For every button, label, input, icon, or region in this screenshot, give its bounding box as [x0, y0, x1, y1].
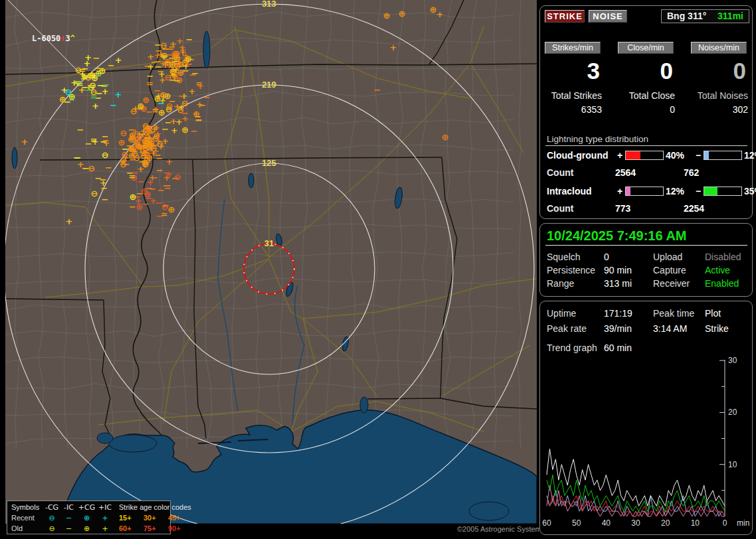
strike-symbol: + [197, 81, 204, 91]
strike-symbol: − [154, 40, 161, 50]
strike-button[interactable]: STRIKE [545, 10, 585, 23]
strike-symbol: + [193, 109, 200, 119]
strike-symbol: − [102, 194, 109, 204]
strike-symbol: − [122, 144, 129, 154]
strike-symbol: + [119, 157, 126, 167]
ring-label: 219 [262, 80, 276, 90]
y-tick-label: 20 [728, 408, 737, 417]
cloud-ground-label: Cloud-ground [547, 150, 609, 161]
noises-per-min-button[interactable]: Noises/min [691, 42, 747, 54]
strike-symbol: ⊖ [171, 52, 179, 62]
strike-symbol: + [83, 58, 90, 68]
count-label: Count [547, 167, 573, 178]
y-tick-label: 30 [728, 356, 737, 365]
strike-symbol: ⊕ [142, 141, 149, 151]
x-tick-label: 50 [572, 518, 581, 528]
field-label: Range [547, 278, 574, 289]
storm-tracker-label: L-6050+3^ [32, 34, 75, 43]
strike-symbol: − [155, 153, 163, 163]
cg-negative-count: 762 [684, 167, 699, 178]
strike-symbol: ⊕ [181, 125, 189, 135]
ring-label: 125 [262, 158, 276, 168]
strike-symbol: + [173, 102, 181, 112]
ic-negative-count: 2254 [684, 203, 704, 214]
field-label: Upload [653, 252, 682, 262]
strike-symbol: + [163, 173, 171, 183]
strike-symbol: − [146, 71, 153, 81]
legend-header: Symbols [11, 503, 43, 511]
map-legend: Symbols-CG-IC+CG+ICStrike age color code… [7, 501, 171, 534]
strike-symbol: + [182, 61, 189, 71]
strike-symbol: ⊖ [91, 189, 98, 198]
strike-symbol-key: + [96, 514, 114, 522]
lightning-map[interactable]: 31125219313L-6050+3^⊖+−+−−⊖−⊕=+−−+−++⊕=−… [5, 0, 537, 524]
lake [109, 435, 157, 452]
x-tick-label: 30 [631, 518, 640, 528]
legend-row-label: Old [11, 524, 43, 532]
strike-symbol-key: ⊖ [43, 524, 60, 533]
intracloud-label: Intracloud [547, 186, 592, 196]
field-label: Squelch [547, 252, 581, 262]
close-per-min-button[interactable]: Close/min [618, 42, 674, 54]
divider [545, 145, 747, 146]
strike-symbol: ⊖ [120, 128, 127, 138]
strike-symbol: − [68, 95, 76, 105]
strike-symbol: − [102, 131, 109, 141]
ic-positive-count: 773 [615, 203, 630, 214]
strike-symbol: + [165, 60, 173, 70]
app-window: 31125219313L-6050+3^⊖+−+−−⊖−⊕=+−−+−++⊕=−… [0, 0, 756, 539]
strike-symbol: ⊕ [399, 9, 406, 19]
close-counter: Close/min 0 Total Close 0 [618, 42, 676, 115]
strike-symbol: − [75, 77, 82, 87]
x-unit-label: min [737, 518, 749, 528]
age-code: 75+ [143, 524, 168, 532]
strike-symbol: ⊕ [129, 130, 136, 140]
strike-symbol: ⊖ [102, 150, 109, 160]
strike-symbol: − [203, 92, 211, 102]
minus-sign: − [696, 186, 701, 196]
close-per-min-value: 0 [618, 58, 676, 84]
cg-negative-bar [704, 151, 742, 160]
strike-symbol: − [105, 163, 112, 173]
x-tick-label: 10 [691, 518, 700, 528]
strike-symbol: − [157, 66, 164, 76]
x-tick-label: 40 [602, 518, 611, 528]
strike-symbol: − [178, 91, 185, 101]
age-code: 45+ [168, 514, 193, 522]
distribution-title: Lightning type distribution [547, 134, 648, 144]
lake [12, 147, 17, 169]
x-tick-label: 60 [542, 518, 551, 528]
datetime-display: 10/24/2025 7:49:16 AM [547, 228, 687, 244]
count-label: Count [547, 203, 573, 214]
state-border [367, 398, 440, 399]
strike-symbol: + [92, 101, 99, 111]
lake [469, 502, 509, 520]
age-code: 90+ [168, 524, 193, 532]
strike-symbol: + [115, 90, 122, 100]
field-label: Receiver [653, 278, 690, 289]
strike-symbol: ⊖ [161, 202, 168, 212]
strike-symbol: + [436, 9, 444, 19]
strikes-per-min-button[interactable]: Strikes/min [545, 42, 601, 54]
strike-symbol: + [188, 86, 195, 96]
strike-symbol-key: + [96, 524, 114, 533]
strike-symbol-key: ⊕ [77, 514, 96, 522]
total-strikes-value: 6353 [545, 104, 603, 115]
strike-symbol: − [129, 202, 136, 212]
total-close-value: 0 [618, 104, 676, 115]
strike-symbol: + [115, 55, 122, 65]
trend-chart: 1020306050403020100min [540, 301, 753, 534]
total-strikes-label: Total Strikes [545, 90, 603, 101]
lake [360, 397, 368, 413]
strike-symbol: = [90, 92, 98, 102]
strike-symbol: ⊕ [167, 204, 175, 214]
plus-sign: + [617, 150, 622, 161]
strike-symbol: − [165, 117, 172, 127]
noise-button[interactable]: NOISE [589, 10, 627, 23]
divider [545, 245, 747, 246]
field-value: 90 min [604, 265, 632, 275]
strike-symbol: − [374, 85, 381, 95]
lake [203, 31, 210, 68]
x-tick-label: 0 [723, 518, 727, 528]
strike-symbol: ⊕ [442, 132, 449, 142]
